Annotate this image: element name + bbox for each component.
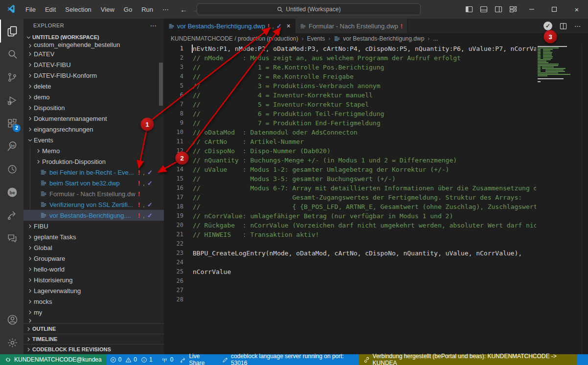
live-share-status[interactable]: Live Share	[177, 354, 219, 365]
minimap[interactable]	[537, 44, 582, 354]
tree-item[interactable]	[23, 318, 164, 323]
chevron-right-icon	[25, 347, 32, 352]
breadcrumb-item[interactable]: KUNDENMATCHCODE / production (production…	[171, 35, 298, 42]
beas-connection-status[interactable]: Verbindung hergestellt (bePortal und bea…	[359, 354, 577, 365]
activity-live-share-icon[interactable]	[0, 204, 23, 227]
customize-layout-icon[interactable]	[506, 0, 520, 19]
minimap-line	[538, 52, 541, 53]
split-editor-icon[interactable]	[560, 23, 567, 30]
panel-codeblock-file-revisions[interactable]: CODEBLOCK FILE REVISIONS	[23, 344, 164, 354]
code-line: 21// HINWEIS : Transaktion aktiv!	[164, 230, 536, 239]
window-maximize-button[interactable]	[543, 0, 565, 19]
tree-item-label: Events	[34, 137, 53, 144]
code-editor[interactable]: 1nEvtNo:P1, nMode:P2, oDataMod:P3, cArtN…	[164, 44, 536, 354]
tree-item-mocks[interactable]: mocks	[23, 296, 164, 307]
code-line: 1nEvtNo:P1, nMode:P2, oDataMod:P3, cArtN…	[164, 44, 536, 53]
window-minimize-button[interactable]	[520, 0, 543, 19]
menu-selection[interactable]: Selection	[61, 4, 95, 15]
chevron-right-icon	[26, 267, 34, 272]
minimap-line	[538, 71, 541, 72]
remote-icon	[5, 357, 11, 363]
code-text: // Modus 3-5: gesamter Buchungswert (+/-…	[183, 174, 396, 183]
tree-item-memo[interactable]: Memo	[23, 145, 164, 156]
tree-item-demo[interactable]: demo	[23, 91, 164, 102]
activity-account-icon[interactable]	[0, 308, 23, 331]
tree-item-beim-start-von-be32-dwp[interactable]: beim Start von be32.dwp!,✓	[23, 178, 164, 188]
tree-item-custom-eingehende-bestellung[interactable]: custom_eingehende_bestellung	[23, 41, 164, 48]
tree-item-groupware[interactable]: Groupware	[23, 253, 164, 264]
menu-go[interactable]: Go	[119, 4, 136, 15]
menu-view[interactable]: View	[96, 4, 119, 15]
tree-item-fibu[interactable]: FIBU	[23, 221, 164, 231]
code-text: // cDispoNo : Dispo-Nummer (Dab020)	[183, 146, 331, 156]
code-line: 6// 4 = Inventur-Korrektur manuell	[164, 91, 536, 100]
remote-indicator[interactable]: KUNDENMATCHCODE@kundea	[0, 354, 107, 365]
sidebar-scrollbar[interactable]	[159, 63, 163, 106]
ports-status[interactable]: 0	[158, 354, 177, 365]
problems-status[interactable]: 0 0 1	[107, 354, 158, 365]
breadcrumb-item[interactable]: vor Bestands-Berichtigung.dwp	[334, 35, 424, 42]
language-server-status[interactable]: codeblock language server running on por…	[219, 354, 359, 365]
tree-item-produktion-disposition[interactable]: Produktion-Disposition	[23, 156, 164, 167]
panel-outline[interactable]: OUTLINE	[23, 323, 164, 334]
activity-comments-icon[interactable]	[0, 227, 23, 250]
command-center-search[interactable]: Untitled (Workspace)	[197, 3, 421, 15]
chevron-right-icon	[26, 94, 34, 100]
chevron-right-icon	[26, 105, 34, 111]
tree-item-datev-fibu[interactable]: DATEV-FIBU	[23, 59, 164, 70]
tree-item-historisierung[interactable]: Historisierung	[23, 274, 164, 285]
minimap-line	[539, 74, 570, 75]
code-line: 13// nQuantity : Buchungs-Menge +/- (in …	[164, 156, 536, 165]
panel-timeline[interactable]: TIMELINE	[23, 334, 164, 344]
activity-extensions-icon[interactable]: 2	[0, 112, 23, 135]
tab-formular-nach-erstellung[interactable]: Formular - Nach Erstellung.dwp !	[295, 19, 407, 33]
tab-error-badge: !	[268, 23, 270, 30]
tree-item-formular-nach-erstellung-dwp[interactable]: Formular - Nach Erstellung.dwp!	[23, 188, 164, 199]
breadcrumb-item[interactable]: Events	[307, 35, 325, 42]
toggle-primary-sidebar-icon[interactable]	[462, 0, 476, 19]
tree-item-my[interactable]: my	[23, 307, 164, 318]
tree-item-hello-world[interactable]: hello-world	[23, 264, 164, 274]
history-back-icon[interactable]: ←	[180, 5, 187, 14]
tree-item-geplante-tasks[interactable]: geplante Tasks	[23, 231, 164, 242]
toggle-secondary-sidebar-icon[interactable]	[491, 0, 506, 19]
toggle-panel-icon[interactable]	[476, 0, 491, 19]
minimap-line	[539, 65, 558, 66]
window-close-button[interactable]: ×	[565, 0, 588, 19]
tree-item-events[interactable]: Events	[23, 135, 164, 145]
editor-scrollbar[interactable]	[582, 44, 588, 354]
menu-run[interactable]: Run	[137, 4, 158, 15]
indent-guide	[30, 199, 30, 210]
activity-explorer-icon[interactable]	[0, 20, 23, 43]
workspace-section-header[interactable]: UNTITLED (WORKSPACE)	[23, 32, 164, 42]
tab-vor-bestands-berichtigung[interactable]: vor Bestands-Berichtigung.dwp ! , ✓ ×	[164, 19, 295, 33]
tree-item-datev[interactable]: DATEV	[23, 48, 164, 59]
notifications-area[interactable]	[577, 354, 588, 365]
chevron-right-icon	[26, 288, 34, 294]
activity-history-icon[interactable]	[0, 158, 23, 181]
menu-edit[interactable]: Edit	[41, 4, 60, 15]
tab-close-icon[interactable]: ×	[287, 22, 291, 30]
activity-source-control-icon[interactable]	[0, 66, 23, 89]
explorer-more-actions-icon[interactable]: ⋯	[150, 22, 157, 29]
activity-beas-icon[interactable]: be	[0, 181, 23, 204]
tree-item-label: DATEV-FIBU-Konform	[34, 72, 97, 79]
accept-check-button[interactable]: ✓	[543, 22, 552, 30]
editor-more-actions-icon[interactable]: ⋯	[574, 23, 581, 30]
tree-item-global[interactable]: Global	[23, 242, 164, 253]
menu-file[interactable]: File	[21, 4, 40, 15]
tree-item-bei-fehler-in-be-recht-eve[interactable]: bei Fehler in be-Recht - Eve...!,✓	[23, 167, 164, 178]
menu-overflow[interactable]: ⋯	[158, 4, 173, 15]
tree-item-datev-fibu-konform[interactable]: DATEV-FIBU-Konform	[23, 70, 164, 81]
activity-settings-icon[interactable]	[0, 331, 23, 354]
tree-item-delete[interactable]: delete	[23, 81, 164, 91]
activity-run-debug-icon[interactable]	[0, 89, 23, 112]
tree-item-vor-bestands-berichtigung[interactable]: vor Bestands-Berichtigung....!,✓	[23, 210, 164, 221]
tree-item-lagerverwaltung[interactable]: Lagerverwaltung	[23, 285, 164, 296]
breadcrumb-item[interactable]: ...	[433, 35, 438, 42]
activity-search-icon[interactable]	[0, 43, 23, 66]
line-number: 7	[164, 100, 183, 109]
tree-item-verifizierung-von-ssl-zertifi[interactable]: Verifizierung von SSL Zertifi...!,✓	[23, 199, 164, 210]
tree-item-disposition[interactable]: Disposition	[23, 102, 164, 113]
activity-beas-search-icon[interactable]: be	[0, 135, 23, 158]
